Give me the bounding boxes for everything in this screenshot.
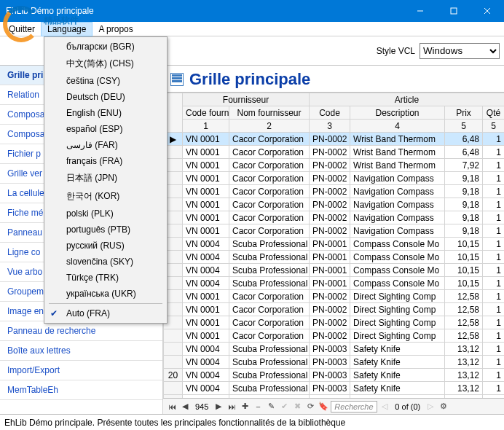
cell-qte[interactable]: 1 [483,224,504,238]
cell-nom-fournisseur[interactable]: Scuba Professional [229,238,310,251]
cell-code-article[interactable]: PN-0002 [310,290,350,303]
cell-code-fournisseur[interactable]: VN 0001 [183,224,229,238]
colnum-3[interactable]: 3 [310,120,350,133]
maximize-button[interactable] [437,0,470,22]
cell-prix[interactable]: 10,15 [445,251,483,264]
language-menu-item[interactable]: English (ENU) [46,105,165,121]
nav-bookmark[interactable]: 🔖 [318,401,329,413]
cell-nom-fournisseur[interactable]: Scuba Professional [229,395,310,399]
cell-code-article[interactable]: PN-0002 [310,211,350,224]
data-grid[interactable]: Fournisseur Article Favori Code fourniss… [163,93,504,398]
cell-nom-fournisseur[interactable]: Scuba Professional [229,369,310,382]
cell-prix[interactable]: 13,12 [445,382,483,395]
col-code-article[interactable]: Code [310,106,350,120]
cell-qte[interactable]: 1 [483,146,504,159]
sidebar-item[interactable]: Import/Export [0,361,162,380]
cell-code-fournisseur[interactable]: VN 0001 [183,198,229,211]
cell-qte[interactable]: 1 [483,303,504,316]
cell-code-fournisseur[interactable]: VN 0004 [183,343,229,356]
cell-prix[interactable]: 9,18 [445,198,483,211]
cell-qte[interactable]: 1 [483,343,504,356]
cell-prix[interactable]: 10,15 [445,277,483,290]
cell-description[interactable]: Safety Knife [350,382,445,395]
cell-qte[interactable]: 1 [483,290,504,303]
nav-next[interactable]: ▶ [213,401,224,413]
language-menu-item[interactable]: Deutsch (DEU) [46,89,165,105]
menu-language[interactable]: Language [41,22,92,36]
col-description[interactable]: Description [350,106,445,120]
cell-nom-fournisseur[interactable]: Cacor Corporation [229,316,310,329]
cell-code-article[interactable]: PN-0003 [310,382,350,395]
table-row[interactable]: VN 0004Scuba ProfessionalPN-0003Safety K… [164,343,505,356]
colnum-5[interactable]: 5 [445,120,483,133]
table-row[interactable]: VN 0001Cacor CorporationPN-0002Direct Si… [164,290,505,303]
cell-code-article[interactable]: PN-0002 [310,198,350,211]
cell-qte[interactable]: 1 [483,356,504,369]
cell-code-fournisseur[interactable]: VN 0001 [183,172,229,185]
cell-nom-fournisseur[interactable]: Cacor Corporation [229,211,310,224]
cell-code-article[interactable]: PN-0002 [310,316,350,329]
cell-code-fournisseur[interactable]: VN 0004 [183,238,229,251]
cell-code-fournisseur[interactable]: VN 0001 [183,303,229,316]
cell-description[interactable]: Safety Knife [350,343,445,356]
menu-quitter[interactable]: Quitter [3,23,41,36]
nav-first[interactable]: ⏮ [166,401,178,413]
cell-nom-fournisseur[interactable]: Cacor Corporation [229,329,310,343]
cell-nom-fournisseur[interactable]: Cacor Corporation [229,224,310,238]
cell-qte[interactable]: 1 [483,251,504,264]
table-row[interactable]: VN 0001Cacor CorporationPN-0002Navigatio… [164,172,505,185]
language-menu-auto[interactable]: ✔Auto (FRA) [46,305,165,321]
cell-description[interactable]: Wrist Band Thermom [350,159,445,172]
table-row[interactable]: VN 0004Scuba ProfessionalPN-0003Safety K… [164,356,505,369]
cell-description[interactable]: Chisel Point Knife [350,395,445,399]
language-menu-item[interactable]: français (FRA) [46,153,165,169]
cell-code-article[interactable]: PN-0002 [310,172,350,185]
search-input[interactable]: Recherche [331,401,377,413]
nav-delete[interactable]: − [252,401,264,413]
cell-prix[interactable]: 14,35 [445,395,483,399]
language-menu-item[interactable]: فارسى (FAR) [46,137,165,153]
table-row[interactable]: VN 0001Cacor CorporationPN-0002Navigatio… [164,198,505,211]
col-nom-fournisseur[interactable]: Nom fournisseur [229,106,310,120]
cell-prix[interactable]: 9,18 [445,172,483,185]
table-row[interactable]: VN 0001Cacor CorporationPN-0002Navigatio… [164,185,505,198]
language-menu-item[interactable]: español (ESP) [46,121,165,137]
cell-code-fournisseur[interactable]: VN 0001 [183,316,229,329]
nav-cancel[interactable]: ✖ [291,401,303,413]
cell-description[interactable]: Wrist Band Thermom [350,146,445,159]
sidebar-item[interactable]: MemTableEh [0,380,162,400]
col-code-fournisseur[interactable]: Code fournisseur [183,106,229,120]
cell-code-article[interactable]: PN-0003 [310,356,350,369]
language-menu-item[interactable]: русский (RUS) [46,238,165,254]
cell-code-article[interactable]: PN-0003 [310,369,350,382]
style-select[interactable]: Windows [420,43,500,59]
cell-qte[interactable]: 1 [483,264,504,277]
cell-description[interactable]: Navigation Compass [350,172,445,185]
nav-edit[interactable]: ✎ [265,401,277,413]
cell-code-article[interactable]: PN-0003 [310,395,350,399]
cell-nom-fournisseur[interactable]: Cacor Corporation [229,146,310,159]
cell-description[interactable]: Compass Console Mo [350,238,445,251]
cell-code-fournisseur[interactable]: VN 0001 [183,133,229,146]
language-menu-item[interactable]: 日本語 (JPN) [46,169,165,187]
sidebar-item[interactable]: Boîte aux lettres [0,341,162,361]
colnum-6[interactable]: 5 [483,120,504,133]
cell-qte[interactable]: 1 [483,159,504,172]
menu-apropos[interactable]: A propos [92,23,138,36]
cell-code-fournisseur[interactable]: VN 0004 [183,277,229,290]
cell-description[interactable]: Compass Console Mo [350,251,445,264]
cell-code-article[interactable]: PN-0001 [310,251,350,264]
table-row[interactable]: VN 0001Cacor CorporationPN-0002Navigatio… [164,224,505,238]
language-menu-item[interactable]: polski (PLK) [46,206,165,222]
table-row[interactable]: ▶VN 0001Cacor CorporationPN-0002Wrist Ba… [164,133,505,146]
cell-prix[interactable]: 12,58 [445,329,483,343]
cell-qte[interactable]: 1 [483,316,504,329]
cell-prix[interactable]: 10,15 [445,238,483,251]
colnum-1[interactable]: 1 [183,120,229,133]
cell-code-fournisseur[interactable]: VN 0001 [183,329,229,343]
table-row[interactable]: VN 0001Cacor CorporationPN-0002Direct Si… [164,329,505,343]
cell-prix[interactable]: 9,18 [445,211,483,224]
cell-code-fournisseur[interactable]: VN 0004 [183,395,229,399]
cell-description[interactable]: Direct Sighting Comp [350,290,445,303]
language-menu-item[interactable]: български (BGR) [46,39,165,55]
